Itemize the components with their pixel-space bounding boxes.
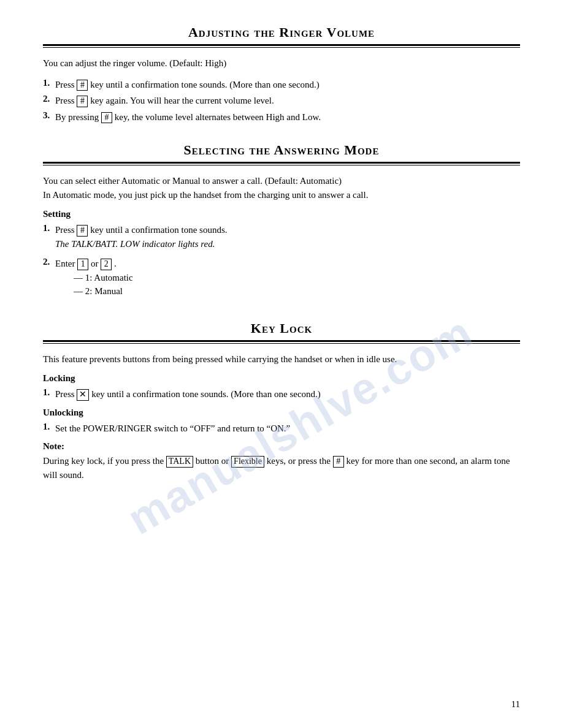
section1-intro: You can adjust the ringer volume. (Defau… <box>43 56 520 70</box>
section1-step1: 1. Press # key until a confirmation tone… <box>43 78 520 92</box>
key-star: ✕ <box>77 389 89 401</box>
divider-thick-2 <box>43 162 520 164</box>
step-num-3-1: 1. <box>43 387 55 398</box>
step-content-1-2: Press # key again. You will hear the cur… <box>55 94 520 108</box>
key-hash-3: # <box>101 112 112 124</box>
section3-unlocking-label: Unlocking <box>43 408 520 418</box>
section1-step2: 2. Press # key again. You will hear the … <box>43 94 520 108</box>
section2-subsection-setting: Setting <box>43 209 520 219</box>
section2-step1: 1. Press # key until a confirmation tone… <box>43 223 520 254</box>
step-content-3-2: Set the POWER/RINGER switch to “OFF” and… <box>55 422 520 436</box>
page-number: 11 <box>511 699 520 710</box>
key-hash-2: # <box>77 96 88 107</box>
divider-thin-3 <box>43 343 520 344</box>
step-num-1-1: 1. <box>43 78 55 88</box>
section2-title: Selecting the Answering Mode <box>43 142 520 158</box>
step-num-3-2: 1. <box>43 422 55 432</box>
step-content-1-1: Press # key until a confirmation tone so… <box>55 78 520 92</box>
key-hash-1: # <box>77 80 88 91</box>
section-ringer-volume: Adjusting the Ringer Volume You can adju… <box>43 25 520 124</box>
section-key-lock: Key Lock This feature prevents buttons f… <box>43 320 520 482</box>
section2-intro: You can select either Automatic or Manua… <box>43 174 520 202</box>
key-1: 1 <box>77 259 88 270</box>
section1-header: Adjusting the Ringer Volume <box>43 25 520 48</box>
sub-item-automatic: — 1: Automatic <box>74 271 520 285</box>
section1-title: Adjusting the Ringer Volume <box>43 25 520 40</box>
key-flexible: Flexible <box>231 456 264 468</box>
section3-locking-label: Locking <box>43 373 520 384</box>
key-talk: TALK <box>166 456 193 468</box>
step-num-1-2: 2. <box>43 94 55 104</box>
step-content-2-1: Press # key until a confirmation tone so… <box>55 223 520 254</box>
section3-lock-step1: 1. Press ✕ key until a confirmation tone… <box>43 387 520 401</box>
section3-title: Key Lock <box>43 320 520 336</box>
section3-intro: This feature prevents buttons from being… <box>43 352 520 366</box>
step-content-3-1: Press ✕ key until a confirmation tone so… <box>55 387 520 401</box>
section3-unlock-step1: 1. Set the POWER/RINGER switch to “OFF” … <box>43 422 520 436</box>
sub-item-manual: — 2: Manual <box>74 284 520 298</box>
step-content-1-3: By pressing # key, the volume level alte… <box>55 110 520 124</box>
divider-thick-1 <box>43 44 520 46</box>
step-content-2-2: Enter 1 or 2 . — 1: Automatic — 2: Manua… <box>55 257 520 302</box>
step-num-1-3: 3. <box>43 110 55 121</box>
divider-thin-1 <box>43 47 520 48</box>
key-2: 2 <box>101 259 112 270</box>
section2-step2: 2. Enter 1 or 2 . — 1: Automatic — 2: Ma… <box>43 257 520 302</box>
divider-thick-3 <box>43 340 520 342</box>
step-num-2-1: 1. <box>43 223 55 233</box>
section-answering-mode: Selecting the Answering Mode You can sel… <box>43 142 520 302</box>
section1-step3: 3. By pressing # key, the volume level a… <box>43 110 520 124</box>
key-hash-5: # <box>333 456 344 468</box>
key-hash-4: # <box>77 225 88 237</box>
italic-note-1: The TALK/BATT. LOW indicator lights red. <box>55 237 520 251</box>
section3-header: Key Lock <box>43 320 520 344</box>
note-label: Note: <box>43 441 520 452</box>
note-text: During key lock, if you press the TALK b… <box>43 454 520 482</box>
step-num-2-2: 2. <box>43 257 55 267</box>
divider-thin-2 <box>43 165 520 165</box>
sub-list-answering-mode: — 1: Automatic — 2: Manual <box>74 271 520 298</box>
section2-header: Selecting the Answering Mode <box>43 142 520 165</box>
